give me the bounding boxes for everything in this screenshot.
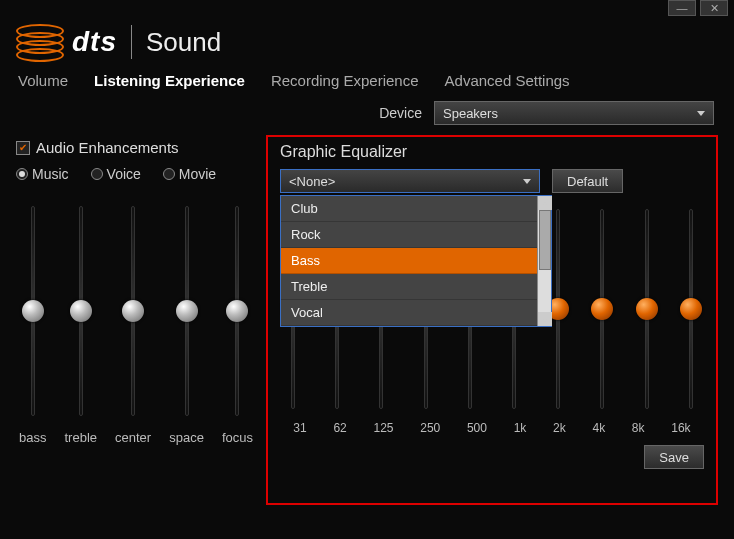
tab-bar: Volume Listening Experience Recording Ex… bbox=[0, 72, 734, 101]
dropdown-item-bass[interactable]: Bass bbox=[281, 248, 537, 274]
eq-preset-dropdown: Club Rock Bass Treble Vocal ▴ ▾ bbox=[280, 195, 552, 327]
eq-freq-label: 250 bbox=[420, 421, 440, 435]
dts-wordmark: dts bbox=[72, 26, 117, 58]
scroll-down-icon[interactable]: ▾ bbox=[538, 312, 552, 326]
slider-track[interactable] bbox=[185, 206, 189, 416]
scroll-thumb[interactable] bbox=[539, 210, 551, 270]
slider-label: space bbox=[169, 430, 204, 445]
slider-label: treble bbox=[65, 430, 98, 445]
audio-enhancements-label: Audio Enhancements bbox=[36, 139, 179, 156]
slider-track[interactable] bbox=[79, 206, 83, 416]
device-label: Device bbox=[379, 105, 422, 121]
slider-treble: treble bbox=[65, 206, 98, 445]
slider-track[interactable] bbox=[131, 206, 135, 416]
enhancement-sliders: bass treble center space focus bbox=[16, 206, 256, 445]
main: ✔ Audio Enhancements Music Voice Movie b… bbox=[0, 135, 734, 505]
slider-thumb[interactable] bbox=[176, 300, 198, 322]
eq-freq-label: 125 bbox=[373, 421, 393, 435]
eq-freq-labels: 31 62 125 250 500 1k 2k 4k 8k 16k bbox=[280, 421, 704, 435]
slider-thumb[interactable] bbox=[680, 298, 702, 320]
scroll-up-icon[interactable]: ▴ bbox=[538, 196, 552, 210]
mode-voice-label: Voice bbox=[107, 166, 141, 182]
slider-thumb[interactable] bbox=[122, 300, 144, 322]
sound-label: Sound bbox=[146, 27, 221, 58]
eq-save-button[interactable]: Save bbox=[644, 445, 704, 469]
slider-track[interactable] bbox=[235, 206, 239, 416]
eq-controls-row: <None> Default bbox=[280, 169, 704, 193]
dropdown-scrollbar[interactable]: ▴ ▾ bbox=[537, 196, 551, 326]
save-row: Save bbox=[280, 445, 704, 469]
slider-center: center bbox=[115, 206, 151, 445]
mode-movie-label: Movie bbox=[179, 166, 216, 182]
slider-track[interactable] bbox=[556, 209, 560, 409]
slider-thumb[interactable] bbox=[226, 300, 248, 322]
slider-bass: bass bbox=[19, 206, 46, 445]
chevron-down-icon bbox=[697, 111, 705, 116]
device-select[interactable]: Speakers bbox=[434, 101, 714, 125]
slider-thumb[interactable] bbox=[636, 298, 658, 320]
slider-thumb[interactable] bbox=[591, 298, 613, 320]
audio-enhancements-checkbox[interactable]: ✔ bbox=[16, 141, 30, 155]
eq-freq-label: 4k bbox=[592, 421, 605, 435]
device-row: Device Speakers bbox=[0, 101, 734, 135]
mode-radio-movie[interactable]: Movie bbox=[163, 166, 216, 182]
header: dts Sound bbox=[0, 18, 734, 72]
eq-freq-label: 1k bbox=[514, 421, 527, 435]
slider-label: bass bbox=[19, 430, 46, 445]
eq-freq-label: 31 bbox=[293, 421, 306, 435]
mode-radio-group: Music Voice Movie bbox=[16, 166, 256, 182]
tab-recording[interactable]: Recording Experience bbox=[271, 72, 419, 89]
slider-space: space bbox=[169, 206, 204, 445]
slider-track[interactable] bbox=[689, 209, 693, 409]
eq-band-16k bbox=[689, 209, 693, 409]
mode-radio-music[interactable]: Music bbox=[16, 166, 69, 182]
eq-freq-label: 62 bbox=[333, 421, 346, 435]
titlebar: — ✕ bbox=[0, 0, 734, 18]
eq-preset-dropdown-items: Club Rock Bass Treble Vocal bbox=[281, 196, 537, 326]
eq-freq-label: 500 bbox=[467, 421, 487, 435]
eq-band-4k bbox=[600, 209, 604, 409]
slider-track[interactable] bbox=[600, 209, 604, 409]
eq-freq-label: 16k bbox=[671, 421, 690, 435]
audio-enhancements-checkbox-row[interactable]: ✔ Audio Enhancements bbox=[16, 139, 256, 156]
dropdown-item-vocal[interactable]: Vocal bbox=[281, 300, 537, 326]
radio-dot-icon bbox=[91, 168, 103, 180]
logo: dts bbox=[16, 22, 117, 62]
tab-advanced[interactable]: Advanced Settings bbox=[445, 72, 570, 89]
eq-freq-label: 8k bbox=[632, 421, 645, 435]
dropdown-item-club[interactable]: Club bbox=[281, 196, 537, 222]
mode-music-label: Music bbox=[32, 166, 69, 182]
slider-label: center bbox=[115, 430, 151, 445]
slider-track[interactable] bbox=[31, 206, 35, 416]
slider-label: focus bbox=[222, 430, 253, 445]
equalizer-panel: Graphic Equalizer <None> Default Club Ro… bbox=[266, 135, 718, 505]
minimize-button[interactable]: — bbox=[668, 0, 696, 16]
mode-radio-voice[interactable]: Voice bbox=[91, 166, 141, 182]
tab-listening[interactable]: Listening Experience bbox=[94, 72, 245, 89]
header-divider bbox=[131, 25, 132, 59]
eq-preset-select[interactable]: <None> bbox=[280, 169, 540, 193]
eq-freq-label: 2k bbox=[553, 421, 566, 435]
eq-preset-selected-text: <None> bbox=[289, 174, 335, 189]
slider-track[interactable] bbox=[645, 209, 649, 409]
eq-band-2k bbox=[556, 209, 560, 409]
device-selected-text: Speakers bbox=[443, 106, 498, 121]
tab-volume[interactable]: Volume bbox=[18, 72, 68, 89]
radio-dot-icon bbox=[163, 168, 175, 180]
dropdown-item-rock[interactable]: Rock bbox=[281, 222, 537, 248]
radio-dot-icon bbox=[16, 168, 28, 180]
dts-arc-icon bbox=[16, 22, 64, 62]
slider-focus: focus bbox=[222, 206, 253, 445]
chevron-down-icon bbox=[523, 179, 531, 184]
eq-default-button[interactable]: Default bbox=[552, 169, 623, 193]
dropdown-item-treble[interactable]: Treble bbox=[281, 274, 537, 300]
eq-band-8k bbox=[645, 209, 649, 409]
left-panel: ✔ Audio Enhancements Music Voice Movie b… bbox=[16, 135, 256, 505]
eq-title: Graphic Equalizer bbox=[280, 143, 704, 161]
slider-thumb[interactable] bbox=[22, 300, 44, 322]
slider-thumb[interactable] bbox=[70, 300, 92, 322]
close-button[interactable]: ✕ bbox=[700, 0, 728, 16]
